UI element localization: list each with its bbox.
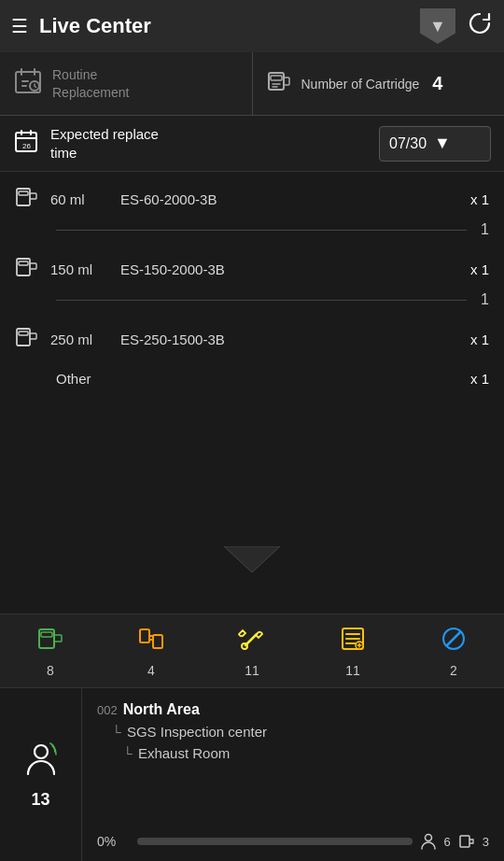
- date-dropdown[interactable]: 07/30 ▼: [379, 126, 491, 162]
- person-small-icon: [420, 833, 437, 850]
- other-qty: x 1: [452, 371, 489, 387]
- cartridge-150ml-size: 150 ml: [50, 261, 111, 277]
- progress-count1: 6: [444, 835, 451, 849]
- location-sub1-name: SGS Inspection center: [127, 724, 267, 740]
- cartridge-list: 60 ml ES-60-2000-3B x 1 1 150 ml ES-150-…: [0, 172, 504, 398]
- cartridge-item-60ml: 60 ml ES-60-2000-3B x 1: [0, 172, 504, 218]
- location-sub2-name: Exhaust Room: [138, 745, 230, 761]
- header: ☰ Live Center ▼: [0, 0, 504, 52]
- progress-bar-bg: [137, 838, 413, 845]
- calendar-icon: 26: [13, 128, 39, 160]
- cartridge-item-icon: [15, 185, 41, 214]
- nav-item-blocked[interactable]: 2: [403, 614, 504, 687]
- cartridge-60ml-size: 60 ml: [50, 191, 111, 207]
- routine-replacement-section: Routine Replacement: [0, 52, 253, 115]
- location-area-code: 002: [97, 703, 118, 717]
- nav-cartridge-count: 8: [47, 663, 54, 678]
- progress-icons: 6 3: [420, 833, 489, 850]
- sub2-arrow-icon: └: [123, 746, 133, 761]
- menu-icon[interactable]: ☰: [11, 15, 28, 37]
- progress-count2: 3: [483, 835, 489, 849]
- nav-link-icon: [137, 625, 165, 659]
- svg-rect-23: [460, 836, 469, 847]
- replace-time-bar: 26 Expected replace time 07/30 ▼: [0, 116, 504, 172]
- cartridge-250ml-size: 250 ml: [50, 332, 111, 347]
- routine-label: Routine Replacement: [52, 66, 130, 100]
- svg-rect-9: [19, 261, 28, 265]
- nav-item-link[interactable]: 4: [101, 614, 202, 687]
- cartridge-60ml-qty: x 1: [452, 191, 489, 207]
- replace-time-label: Expected replace time: [50, 125, 368, 162]
- cartridge-item-250ml: 250 ml ES-250-1500-3B x 1: [0, 312, 504, 358]
- cartridge-count-value: 4: [432, 73, 442, 94]
- svg-rect-16: [153, 635, 162, 648]
- page-title: Live Center: [39, 14, 409, 38]
- nav-item-list[interactable]: 11: [302, 614, 403, 687]
- device-small-icon: [458, 833, 475, 850]
- bottom-nav: 8 4 11: [0, 614, 504, 688]
- date-value: 07/30: [389, 135, 427, 152]
- svg-rect-7: [19, 191, 28, 195]
- progress-percent: 0%: [97, 834, 130, 849]
- cartridge-item-icon-250: [15, 325, 41, 354]
- location-sub1-row: └ SGS Inspection center: [97, 724, 489, 740]
- divider-line: [56, 230, 467, 231]
- nav-list-icon: [339, 625, 367, 659]
- cartridge-60ml-count: 1: [470, 221, 489, 238]
- svg-text:26: 26: [22, 142, 31, 150]
- cartridge-150ml-qty: x 1: [452, 261, 489, 277]
- nav-link-count: 4: [147, 663, 155, 678]
- cartridge-150ml-divider: 1: [0, 288, 504, 312]
- nav-item-tools[interactable]: 11: [202, 614, 302, 687]
- nav-blocked-count: 2: [450, 663, 457, 678]
- cartridge-150ml-model: ES-150-2000-3B: [120, 261, 442, 277]
- cartridge-icon: [266, 68, 292, 99]
- location-person-count: 13: [31, 790, 49, 810]
- routine-icon: [13, 66, 43, 102]
- svg-point-22: [425, 835, 431, 841]
- cartridge-count-label: Number of Cartridge: [301, 77, 420, 92]
- location-person-section: 13: [0, 688, 82, 861]
- divider-line-2: [56, 300, 467, 301]
- cartridge-item-icon-150: [15, 255, 41, 284]
- location-area-row: 002 North Area: [97, 701, 489, 718]
- nav-tools-icon: [238, 625, 266, 659]
- cartridge-150ml-count: 1: [470, 291, 489, 308]
- cartridge-250ml-qty: x 1: [452, 332, 489, 347]
- nav-item-cartridge[interactable]: 8: [0, 614, 101, 687]
- svg-rect-14: [41, 632, 52, 637]
- top-panel: Routine Replacement Number of Cartridge …: [0, 52, 504, 116]
- svg-point-21: [35, 745, 48, 758]
- sub1-arrow-icon: └: [112, 725, 121, 740]
- svg-marker-12: [224, 546, 280, 572]
- refresh-icon[interactable]: [467, 10, 493, 42]
- person-icon-wrap: [21, 740, 61, 783]
- location-area-name: North Area: [123, 701, 200, 718]
- svg-rect-3: [271, 76, 282, 80]
- nav-cartridge-icon: [36, 625, 64, 659]
- location-sub2-row: └ Exhaust Room: [97, 745, 489, 761]
- cartridge-item-150ml: 150 ml ES-150-2000-3B x 1: [0, 242, 504, 288]
- cartridge-count-section: Number of Cartridge 4: [253, 52, 505, 115]
- cartridge-60ml-divider: 1: [0, 218, 504, 242]
- dropdown-icon[interactable]: ▼: [420, 8, 455, 44]
- cartridge-item-other: Other x 1: [0, 358, 504, 390]
- nav-list-count: 11: [345, 663, 360, 678]
- progress-bar-row: 0% 6 3: [82, 833, 504, 850]
- svg-rect-15: [140, 629, 149, 642]
- date-dropdown-arrow: ▼: [434, 134, 451, 153]
- nav-tools-count: 11: [245, 663, 259, 678]
- other-label: Other: [56, 371, 442, 387]
- cartridge-250ml-model: ES-250-1500-3B: [120, 332, 442, 347]
- svg-rect-11: [19, 332, 28, 335]
- svg-point-17: [242, 643, 247, 649]
- cartridge-60ml-model: ES-60-2000-3B: [120, 191, 442, 207]
- nav-blocked-icon: [440, 625, 468, 659]
